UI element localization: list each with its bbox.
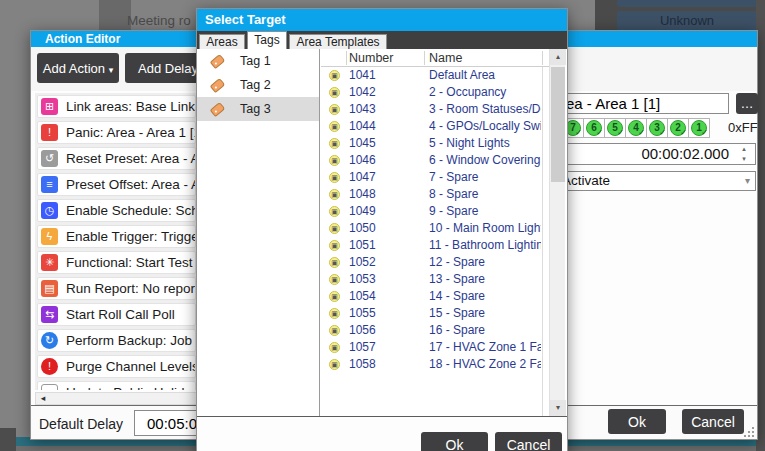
action-editor-ok-button[interactable]: Ok [608,409,666,434]
action-list-hscrollbar[interactable]: ◂ [35,392,198,405]
action-label: Purge Channel Levels Older Th [66,359,196,374]
area-name: 13 - Spare [429,272,541,286]
table-row[interactable]: ▣10444 - GPOs/Locally Swit [321,118,549,135]
area-icon: ▣ [329,274,340,285]
table-row[interactable]: ▣105414 - Spare [321,288,549,305]
tag-list-item[interactable]: Tag 3 [197,97,319,121]
table-row[interactable]: ▣105717 - HVAC Zone 1 Fan [321,339,549,356]
table-row[interactable]: ▣105616 - Spare [321,322,549,339]
action-list-item[interactable]: ▤Run Report: No report selected [37,277,196,300]
action-list-item[interactable]: ↺Reset Preset: Area - Area 1 [1], [37,147,196,170]
area-icon: ▣ [329,70,340,81]
roll-call-icon: ⇆ [41,306,58,323]
area-icon: ▣ [329,223,340,234]
check-icon: ✓ [680,128,687,137]
spinner-up-icon[interactable]: ▴ [736,144,752,154]
table-row[interactable]: ▣105010 - Main Room Light [321,220,549,237]
column-header-number[interactable]: Number [349,49,393,67]
tab-areas[interactable]: Areas [199,34,245,49]
scroll-down-icon[interactable]: ▾ [550,400,566,416]
add-action-button[interactable]: Add Action ▾ [37,53,119,83]
action-list-item[interactable]: ◷Enable Schedule: Schedule - N [37,199,196,222]
area-number: 1054 [349,289,376,303]
action-list-item[interactable]: ✳Functional: Start Test - Default [37,251,196,274]
action-list-item[interactable]: ↻Perform Backup: Job [37,329,196,352]
channel-toggle-6[interactable]: 6✓ [583,118,605,138]
table-row[interactable]: ▣105212 - Spare [321,254,549,271]
area-icon: ▣ [329,325,340,336]
area-icon: ▣ [329,342,340,353]
table-row[interactable]: ▣10433 - Room Statuses/Doo [321,101,549,118]
action-list-item[interactable]: ⇆Start Roll Call Poll [37,303,196,326]
table-row[interactable]: ▣1041Default Area [321,67,549,84]
column-header-name[interactable]: Name [429,49,462,67]
area-number: 1041 [349,68,376,82]
channel-toggle-1[interactable]: 1✓ [688,118,710,138]
channel-toggle-4[interactable]: 4✓ [625,118,647,138]
spinner-down-icon[interactable]: ▾ [736,154,752,164]
action-label: Functional: Start Test - Default [66,255,196,270]
resize-grip-icon[interactable] [744,426,755,437]
table-header: Number Name [321,49,549,67]
tag-label: Tag 3 [240,102,271,116]
action-list-item[interactable]: ϟEnable Trigger: Trigger - No tri [37,225,196,248]
channel-toggle-3[interactable]: 3✓ [646,118,668,138]
table-row[interactable]: ▣105111 - Bathroom Lighting [321,237,549,254]
area-number: 1050 [349,221,376,235]
run-report-icon: ▤ [41,280,58,297]
tab-area-templates[interactable]: Area Templates [289,34,387,49]
tab-tags[interactable]: Tags [247,31,287,49]
fade-time-spinner[interactable]: 00:00:02.000 ▴ ▾ [541,143,756,165]
table-row[interactable]: ▣105818 - HVAC Zone 2 Fan [321,356,549,373]
channel-toggle-2[interactable]: 2✓ [667,118,689,138]
area-name: 4 - GPOs/Locally Swit [429,119,541,133]
tag-label: Tag 2 [240,78,271,92]
table-row[interactable]: ▣105515 - Spare [321,305,549,322]
background-button-partial[interactable] [617,0,757,7]
action-list-item[interactable]: !Purge Channel Levels Older Th [37,355,196,378]
area-number: 1046 [349,153,376,167]
table-row[interactable]: ▣10488 - Spare [321,186,549,203]
screen: Meeting ro Unknown Action Editor Add Act… [0,0,765,451]
unknown-button[interactable]: Unknown [617,11,757,31]
table-row[interactable]: ▣10466 - Window Covering [321,152,549,169]
scrollbar-thumb[interactable] [551,67,565,182]
area-icon: ▣ [329,291,340,302]
check-icon: ✓ [701,128,708,137]
column-divider [424,51,425,65]
scroll-left-icon[interactable]: ◂ [36,393,50,404]
check-icon: ✓ [638,128,645,137]
area-name: 11 - Bathroom Lighting [429,238,541,252]
area-number: 1045 [349,136,376,150]
action-list-item[interactable]: ≡Preset Offset: Area - Area 1 [1] [37,173,196,196]
channel-toggle-5[interactable]: 5✓ [604,118,626,138]
action-list-item[interactable]: !Panic: Area - Area 1 [1], Fade - [37,121,196,144]
check-icon: ✓ [596,128,603,137]
table-row[interactable]: ▣10455 - Night Lights [321,135,549,152]
scroll-up-icon[interactable]: ▴ [550,49,566,65]
table-vscrollbar[interactable]: ▴ ▾ [549,49,565,416]
select-target-ok-button[interactable]: Ok [421,432,488,451]
action-editor-cancel-button[interactable]: Cancel [682,409,744,434]
action-list-item[interactable]: ⊞Link areas: Base Link Area - 2, [37,95,196,118]
table-row[interactable]: ▣10499 - Spare [321,203,549,220]
browse-target-button[interactable]: … [736,93,758,114]
tag-list-item[interactable]: Tag 1 [197,49,319,73]
action-label: Enable Trigger: Trigger - No tri [66,229,196,244]
mode-dropdown[interactable]: Activate ▾ [555,171,756,191]
area-number: 1042 [349,85,376,99]
area-number: 1051 [349,238,376,252]
table-row[interactable]: ▣10477 - Spare [321,169,549,186]
action-list-item[interactable]: ▦Update Public Holidays: Updat [37,381,196,390]
select-target-cancel-button[interactable]: Cancel [495,432,562,451]
tag-list-item[interactable]: Tag 2 [197,73,319,97]
chevron-down-icon: ▾ [745,175,750,186]
action-label: Perform Backup: Job [66,333,192,348]
table-row[interactable]: ▣105313 - Spare [321,271,549,288]
area-icon: ▣ [329,87,340,98]
target-area-input[interactable] [544,93,729,114]
reset-preset-icon: ↺ [41,150,58,167]
action-label: Update Public Holidays: Updat [66,385,196,390]
table-row[interactable]: ▣10422 - Occupancy [321,84,549,101]
area-name: 9 - Spare [429,204,541,218]
